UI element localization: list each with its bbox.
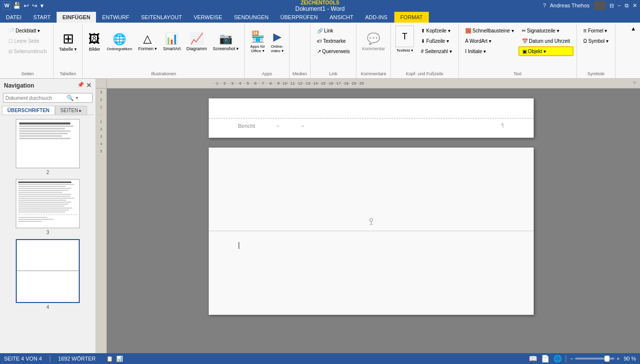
fusszeile-btn[interactable]: ⬇ Fußzeile ▾ [417,36,455,46]
zoom-slider[interactable] [575,358,614,360]
save-btn[interactable]: 💾 [13,2,21,9]
kommentare-buttons: 💬 Kommentar [359,25,387,71]
initiale-btn[interactable]: I Initiale ▾ [462,46,517,56]
link-label: Link [329,71,338,77]
ribbon-collapse-btn[interactable]: ▲ [629,24,638,78]
document-area: · ·1· · ·2· · ·3· · ·4· · ·5· · ·6· · ·7… [96,79,640,353]
page4-bottom[interactable]: | [209,231,534,315]
zoom-thumb[interactable] [605,356,609,362]
tab-entwurf[interactable]: ENTWURF [96,12,135,23]
win-close-btn[interactable]: ✕ [633,2,637,9]
ruler-neg20: · ·1· · ·2· · ·3· · ·4· · ·5· · ·6· · ·7… [213,81,364,86]
symbole-buttons: π Formel ▾ Ω Symbol ▾ [580,25,612,71]
track-changes-icon[interactable]: 📋 [106,356,113,362]
tab-datei[interactable]: DATEI [0,12,28,23]
deckblatt-btn[interactable]: 📄 Deckblatt ▾ [5,26,50,35]
zoom-level[interactable]: 90 % [624,356,636,362]
page-thumb-3[interactable]: 3 [3,179,93,235]
tab-addins[interactable]: ADD-INS [359,12,393,23]
search-input[interactable] [5,95,64,101]
tab-verweise[interactable]: VERWEISE [188,12,228,23]
seitenzahl-btn[interactable]: # Seitenzahl ▾ [417,46,455,56]
tab-format-zeichentools[interactable]: FORMAT [394,12,429,23]
nav-pin-icon[interactable]: 📌 [77,82,84,89]
diagramm-btn[interactable]: 📈 Diagramm [184,26,210,58]
formen-btn[interactable]: △ Formen ▾ [136,26,160,58]
footer-pilcrow: ¶ [501,123,504,128]
page-thumb-2[interactable]: 2 [3,119,93,175]
seiten-buttons: 📄 Deckblatt ▾ ☐ Leere Seite ⊟ Seitenumbr… [5,25,50,71]
user-avatar [594,1,606,10]
undo-btn[interactable]: ↩ [24,2,29,9]
onlinevideo-btn[interactable]: ▶ Online-video ▾ [268,26,286,58]
onlinegrafiken-icon: 🌐 [113,33,126,46]
seitenumbruch-btn[interactable]: ⊟ Seitenumbruch [5,46,50,56]
leere-seite-btn[interactable]: ☐ Leere Seite [5,36,50,46]
text-col2: ✏ Signaturzeile ▾ 📅 Datum und Uhrzeit ▣ … [518,26,574,56]
objekt-btn[interactable]: ▣ Objekt ▾ [518,46,574,56]
footer-text1: Bericht [238,123,255,129]
quick-access-toolbar: 💾 ↩ ↪ ▾ [13,2,44,9]
ribbon-group-medien: Medien [289,24,311,78]
tab-ansicht[interactable]: ANSICHT [323,12,359,23]
win-minimize-btn[interactable]: − [618,2,621,8]
search-dropdown-icon[interactable]: ▾ [76,95,78,100]
more-qa-btn[interactable]: ▾ [40,2,44,9]
nav-search-box[interactable]: 🔍 ▾ [3,93,93,103]
tab-start[interactable]: START [28,12,57,23]
view-web-icon[interactable]: 🌐 [553,355,562,363]
textfeld-kopf-btn[interactable]: T Textfeld ▾ [394,26,416,56]
word-count: 1692 WÖRTER [58,356,96,362]
navigation-header: Navigation 📌 ✕ [0,79,96,92]
tab-ueberschriften[interactable]: ÜBERSCHRIFTEN [2,106,55,115]
bilder-btn[interactable]: 🖼 Bilder [86,26,103,58]
tab-seiten[interactable]: SEITEN ▸ [55,106,88,115]
zoom-out-icon[interactable]: − [570,356,573,362]
tab-seitenlayout[interactable]: SEITENLAYOUT [135,12,188,23]
symbol-btn[interactable]: Ω Symbol ▾ [580,36,612,46]
screenshot-btn[interactable]: 📷 Screenshot ▾ [210,26,241,58]
smartart-btn[interactable]: 📊 SmartArt [160,26,183,58]
title-bar-left: W 💾 ↩ ↪ ▾ [3,1,44,9]
view-print-icon[interactable]: 📄 [541,355,549,363]
schnellbausteine-btn[interactable]: 🧱 Schnellbausteine ▾ [462,26,517,35]
status-icons: 📋 📊 [106,356,123,362]
page3-content[interactable] [209,98,534,118]
tab-sendungen[interactable]: SENDUNGEN [228,12,274,23]
view-read-icon[interactable]: 📖 [529,355,537,363]
medien-label: Medien [292,71,307,77]
language-icon[interactable]: 📊 [116,356,123,362]
tabelle-btn[interactable]: ⊞ Tabelle ▾ [57,26,79,58]
page4-top[interactable] [209,148,534,231]
kommentar-btn[interactable]: 💬 Kommentar [359,26,387,58]
signaturzeile-btn[interactable]: ✏ Signaturzeile ▾ [518,26,574,35]
apps-buttons: 🏪 Apps fürOffice ▾ ▶ Online-video ▾ [248,25,286,71]
tabelle-icon: ⊞ [63,32,74,46]
link-btn[interactable]: 🔗 Link [314,26,353,35]
ribbon-minimize-btn[interactable]: ⊟ [609,2,614,9]
onlinegrafiken-btn[interactable]: 🌐 Onlinegrafiken [104,26,135,58]
ruler-vertical: 3 2 1 - 1 2 3 4 5 [96,89,107,353]
kopfzeile-btn[interactable]: ⬆ Kopfzeile ▾ [417,26,455,35]
querverweis-btn[interactable]: ↗ Querverweis [314,46,353,56]
tab-ueberpruefen[interactable]: ÜBERPRÜFEN [275,12,324,23]
zoom-control[interactable]: − + [570,356,620,362]
wordart-btn[interactable]: A WordArt ▾ [462,36,517,46]
nav-close-icon[interactable]: ✕ [86,82,92,89]
datum-und-uhrzeit-btn[interactable]: 📅 Datum und Uhrzeit [518,36,574,46]
textmarke-btn[interactable]: 🏷 Textmarke [314,36,353,46]
tab-einfuegen[interactable]: EINFÜGEN [57,12,96,23]
win-restore-btn[interactable]: ⧉ [625,2,629,9]
navigation-title: Navigation [4,82,34,89]
kommentar-label: Kommentar [362,46,385,51]
doc-pages-scroll[interactable]: Bericht → → ¶ [107,89,640,353]
search-icon[interactable]: 🔍 [66,94,74,101]
zoom-in-icon[interactable]: + [616,356,619,362]
help-btn[interactable]: ? [543,2,546,8]
ruler-horizontal: · ·1· · ·2· · ·3· · ·4· · ·5· · ·6· · ·7… [96,79,640,89]
diagramm-label: Diagramm [187,46,207,51]
redo-btn[interactable]: ↪ [32,2,37,9]
page-thumb-4[interactable]: 4 [3,239,93,310]
apps-fuer-office-btn[interactable]: 🏪 Apps fürOffice ▾ [248,26,267,58]
formel-btn[interactable]: π Formel ▾ [580,26,612,35]
